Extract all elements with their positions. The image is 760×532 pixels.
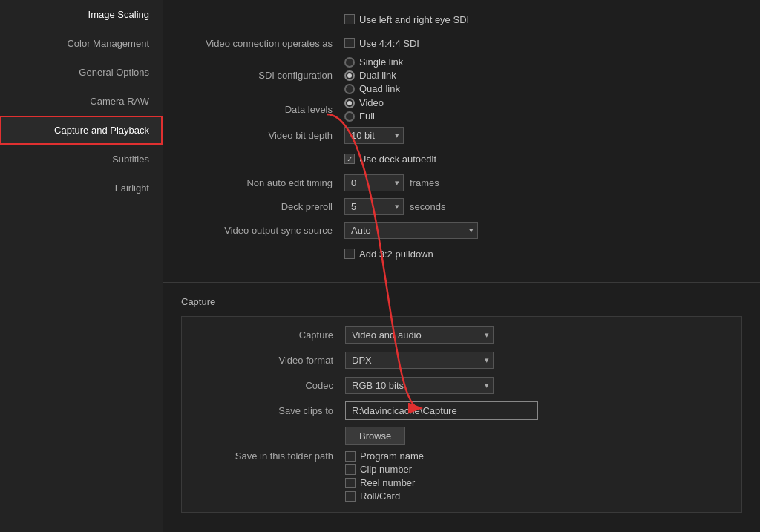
clip-number-wrap[interactable]: Clip number xyxy=(345,464,424,475)
deck-preroll-dropdown-wrap[interactable]: 5 3 10 xyxy=(344,198,404,215)
data-levels-row: Data levels Video Full xyxy=(181,97,742,122)
capture-section-header: Capture xyxy=(163,289,760,312)
deck-autoedit-checkbox-wrap[interactable]: Use deck autoedit xyxy=(344,154,436,165)
data-levels-video[interactable]: Video xyxy=(344,97,384,108)
capture-box: Capture Video and audio Video only Audio… xyxy=(181,316,742,513)
save-clips-row: Save clips to xyxy=(182,400,741,421)
deck-preroll-units: seconds xyxy=(410,201,445,212)
non-auto-edit-units: frames xyxy=(410,177,439,188)
non-auto-edit-dropdown[interactable]: 0 1 2 xyxy=(344,174,404,191)
clip-number-checkbox[interactable] xyxy=(345,464,356,475)
sdi-quad-link-label: Quad link xyxy=(359,83,400,94)
non-auto-edit-row: Non auto edit timing 0 1 2 frames xyxy=(181,172,742,193)
deck-preroll-row: Deck preroll 5 3 10 seconds xyxy=(181,196,742,217)
save-folder-label: Save in this folder path xyxy=(182,450,345,462)
main-content: Use left and right eye SDI Video connect… xyxy=(163,0,760,532)
sdi-config-radio-group: Single link Dual link Quad link xyxy=(344,56,403,94)
add-pulldown-checkbox[interactable] xyxy=(344,249,355,259)
browse-button[interactable]: Browse xyxy=(345,427,405,445)
data-levels-radio-group: Video Full xyxy=(344,97,384,122)
browse-content: Browse xyxy=(345,427,405,445)
deck-preroll-dropdown[interactable]: 5 3 10 xyxy=(344,198,404,215)
sidebar-item-general-options[interactable]: General Options xyxy=(0,58,163,87)
sdi-single-link-radio[interactable] xyxy=(344,57,355,68)
sidebar-item-capture-and-playback[interactable]: Capture and Playback xyxy=(0,116,163,145)
deck-preroll-label: Deck preroll xyxy=(181,201,344,212)
deck-autoedit-checkbox[interactable] xyxy=(344,154,355,164)
reel-number-wrap[interactable]: Reel number xyxy=(345,477,424,488)
video-format-row: Video format DPX ProRes MXF xyxy=(182,349,741,370)
sdi-config-label: SDI configuration xyxy=(181,70,344,81)
left-right-sdi-checkbox-wrap[interactable]: Use left and right eye SDI xyxy=(344,14,469,25)
capture-dropdown-wrap[interactable]: Video and audio Video only Audio only xyxy=(345,326,494,344)
deck-autoedit-checkbox-label: Use deck autoedit xyxy=(359,154,436,165)
sidebar-item-color-management[interactable]: Color Management xyxy=(0,29,163,58)
codec-label: Codec xyxy=(182,380,345,391)
video-output-sync-content: Auto Internal External xyxy=(344,222,478,239)
codec-dropdown[interactable]: RGB 10 bits YCbCr 10 bits RGB 16 bits xyxy=(345,377,494,394)
capture-dropdown-label: Capture xyxy=(182,329,345,341)
data-levels-full-radio[interactable] xyxy=(344,111,355,122)
left-right-sdi-content: Use left and right eye SDI xyxy=(344,14,469,25)
video-bit-depth-row: Video bit depth 10 bit 8 bit 12 bit xyxy=(181,125,742,145)
sidebar-item-image-scaling[interactable]: Image Scaling xyxy=(0,0,163,29)
sidebar-item-subtitles[interactable]: Subtitles xyxy=(0,145,163,174)
save-clips-label: Save clips to xyxy=(182,405,345,416)
browse-row: Browse xyxy=(182,425,741,446)
add-pulldown-checkbox-label: Add 3:2 pulldown xyxy=(359,249,433,260)
video-connection-row: Video connection operates as Use 4:4:4 S… xyxy=(181,33,742,53)
left-right-sdi-checkbox[interactable] xyxy=(344,14,355,24)
sdi-dual-link[interactable]: Dual link xyxy=(344,70,403,81)
add-pulldown-checkbox-wrap[interactable]: Add 3:2 pulldown xyxy=(344,249,433,260)
video-output-sync-dropdown[interactable]: Auto Internal External xyxy=(344,222,478,239)
sdi-quad-link[interactable]: Quad link xyxy=(344,83,403,94)
video-connection-checkbox-wrap[interactable]: Use 4:4:4 SDI xyxy=(344,38,419,49)
reel-number-checkbox[interactable] xyxy=(345,478,356,488)
sdi-config-content: Single link Dual link Quad link xyxy=(344,56,403,94)
data-levels-video-radio[interactable] xyxy=(344,98,355,108)
video-bit-depth-dropdown[interactable]: 10 bit 8 bit 12 bit xyxy=(344,127,404,144)
capture-dropdown[interactable]: Video and audio Video only Audio only xyxy=(345,326,494,344)
video-connection-content: Use 4:4:4 SDI xyxy=(344,38,419,49)
video-output-sync-label: Video output sync source xyxy=(181,225,344,236)
video-format-dropdown-wrap[interactable]: DPX ProRes MXF xyxy=(345,352,494,369)
video-output-sync-dropdown-wrap[interactable]: Auto Internal External xyxy=(344,222,478,239)
sdi-single-link-label: Single link xyxy=(359,56,403,68)
sdi-quad-link-radio[interactable] xyxy=(344,84,355,94)
video-bit-depth-content: 10 bit 8 bit 12 bit xyxy=(344,127,404,144)
sidebar-item-camera-raw[interactable]: Camera RAW xyxy=(0,87,163,116)
roll-card-checkbox[interactable] xyxy=(345,491,356,502)
codec-content: RGB 10 bits YCbCr 10 bits RGB 16 bits xyxy=(345,377,494,394)
save-clips-input[interactable] xyxy=(345,401,538,420)
section-divider xyxy=(163,282,760,283)
data-levels-full[interactable]: Full xyxy=(344,111,384,122)
left-right-sdi-row: Use left and right eye SDI xyxy=(181,9,742,30)
sdi-single-link[interactable]: Single link xyxy=(344,56,403,68)
roll-card-wrap[interactable]: Roll/Card xyxy=(345,490,424,502)
video-bit-depth-label: Video bit depth xyxy=(181,130,344,141)
reel-number-label: Reel number xyxy=(360,477,415,488)
codec-row: Codec RGB 10 bits YCbCr 10 bits RGB 16 b… xyxy=(182,375,741,395)
video-output-sync-row: Video output sync source Auto Internal E… xyxy=(181,220,742,240)
sdi-dual-link-radio[interactable] xyxy=(344,70,355,81)
roll-card-label: Roll/Card xyxy=(360,490,400,502)
video-connection-checkbox[interactable] xyxy=(344,38,355,48)
video-format-dropdown[interactable]: DPX ProRes MXF xyxy=(345,352,494,369)
deck-autoedit-row: Use deck autoedit xyxy=(181,148,742,169)
sidebar-item-fairlight[interactable]: Fairlight xyxy=(0,174,163,203)
codec-dropdown-wrap[interactable]: RGB 10 bits YCbCr 10 bits RGB 16 bits xyxy=(345,377,494,394)
video-format-content: DPX ProRes MXF xyxy=(345,352,494,369)
video-bit-depth-dropdown-wrap[interactable]: 10 bit 8 bit 12 bit xyxy=(344,127,404,144)
sdi-dual-link-label: Dual link xyxy=(359,70,396,81)
program-name-wrap[interactable]: Program name xyxy=(345,450,424,462)
non-auto-edit-dropdown-wrap[interactable]: 0 1 2 xyxy=(344,174,404,191)
program-name-checkbox[interactable] xyxy=(345,451,356,462)
video-format-label: Video format xyxy=(182,355,345,366)
add-pulldown-content: Add 3:2 pulldown xyxy=(344,249,433,260)
data-levels-video-label: Video xyxy=(359,97,384,108)
non-auto-edit-content: 0 1 2 frames xyxy=(344,174,439,191)
save-clips-content xyxy=(345,401,538,420)
deck-preroll-content: 5 3 10 seconds xyxy=(344,198,445,215)
capture-dropdown-content: Video and audio Video only Audio only xyxy=(345,326,494,344)
data-levels-label: Data levels xyxy=(181,104,344,115)
